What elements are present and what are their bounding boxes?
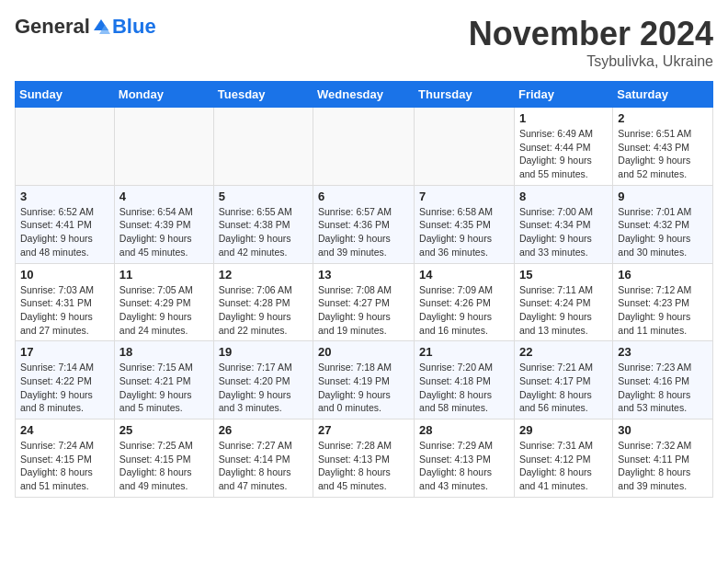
calendar-table: Sunday Monday Tuesday Wednesday Thursday… (15, 81, 713, 498)
table-row: 20Sunrise: 7:18 AM Sunset: 4:19 PM Dayli… (313, 341, 415, 419)
day-info: Sunrise: 7:17 AM Sunset: 4:20 PM Dayligh… (219, 361, 308, 415)
table-row: 19Sunrise: 7:17 AM Sunset: 4:20 PM Dayli… (213, 341, 313, 419)
day-info: Sunrise: 7:24 AM Sunset: 4:15 PM Dayligh… (20, 439, 109, 493)
day-info: Sunrise: 7:28 AM Sunset: 4:13 PM Dayligh… (318, 439, 409, 493)
day-info: Sunrise: 6:54 AM Sunset: 4:39 PM Dayligh… (119, 205, 209, 259)
col-wednesday: Wednesday (313, 82, 415, 108)
day-number: 30 (618, 423, 708, 437)
day-info: Sunrise: 7:06 AM Sunset: 4:28 PM Dayligh… (219, 283, 308, 338)
day-info: Sunrise: 6:55 AM Sunset: 4:38 PM Dayligh… (219, 205, 308, 259)
day-info: Sunrise: 7:27 AM Sunset: 4:14 PM Dayligh… (219, 439, 308, 493)
table-row: 30Sunrise: 7:32 AM Sunset: 4:11 PM Dayli… (613, 419, 713, 498)
table-row: 27Sunrise: 7:28 AM Sunset: 4:13 PM Dayli… (313, 419, 415, 498)
day-number: 11 (119, 268, 209, 282)
logo-text: General Blue (15, 15, 156, 39)
table-row: 2Sunrise: 6:51 AM Sunset: 4:43 PM Daylig… (613, 108, 713, 186)
day-number: 1 (519, 111, 608, 125)
table-row: 4Sunrise: 6:54 AM Sunset: 4:39 PM Daylig… (114, 185, 213, 263)
logo-general: General (15, 15, 90, 39)
day-number: 23 (618, 345, 708, 359)
day-number: 3 (20, 190, 109, 203)
day-number: 27 (318, 423, 409, 437)
day-number: 24 (20, 423, 109, 437)
day-number: 20 (318, 345, 409, 359)
day-number: 10 (20, 268, 109, 282)
table-row: 29Sunrise: 7:31 AM Sunset: 4:12 PM Dayli… (514, 419, 612, 498)
day-number: 21 (419, 345, 509, 359)
table-row: 10Sunrise: 7:03 AM Sunset: 4:31 PM Dayli… (16, 263, 115, 341)
day-number: 16 (618, 268, 708, 282)
day-number: 14 (419, 268, 509, 282)
col-saturday: Saturday (613, 82, 713, 108)
table-row: 15Sunrise: 7:11 AM Sunset: 4:24 PM Dayli… (514, 263, 612, 341)
day-info: Sunrise: 7:20 AM Sunset: 4:18 PM Dayligh… (419, 361, 509, 415)
day-info: Sunrise: 7:11 AM Sunset: 4:24 PM Dayligh… (519, 283, 608, 338)
table-row: 28Sunrise: 7:29 AM Sunset: 4:13 PM Dayli… (415, 419, 515, 498)
day-number: 12 (219, 268, 308, 282)
day-number: 26 (219, 423, 308, 437)
table-row: 21Sunrise: 7:20 AM Sunset: 4:18 PM Dayli… (415, 341, 515, 419)
subtitle: Tsybulivka, Ukraine (469, 53, 713, 70)
table-row: 14Sunrise: 7:09 AM Sunset: 4:26 PM Dayli… (415, 263, 515, 341)
day-number: 17 (20, 345, 109, 359)
col-sunday: Sunday (16, 82, 115, 108)
table-row: 16Sunrise: 7:12 AM Sunset: 4:23 PM Dayli… (613, 263, 713, 341)
col-monday: Monday (114, 82, 213, 108)
day-info: Sunrise: 7:15 AM Sunset: 4:21 PM Dayligh… (119, 361, 209, 415)
table-row: 22Sunrise: 7:21 AM Sunset: 4:17 PM Dayli… (514, 341, 612, 419)
calendar-week-row: 3Sunrise: 6:52 AM Sunset: 4:41 PM Daylig… (16, 185, 713, 263)
day-number: 13 (318, 268, 409, 282)
table-row: 9Sunrise: 7:01 AM Sunset: 4:32 PM Daylig… (613, 185, 713, 263)
day-number: 29 (519, 423, 608, 437)
day-number: 8 (519, 190, 608, 203)
calendar-header-row: Sunday Monday Tuesday Wednesday Thursday… (16, 82, 713, 108)
calendar-week-row: 1Sunrise: 6:49 AM Sunset: 4:44 PM Daylig… (16, 108, 713, 186)
day-number: 25 (119, 423, 209, 437)
table-row (16, 108, 115, 186)
day-info: Sunrise: 7:21 AM Sunset: 4:17 PM Dayligh… (519, 361, 608, 415)
day-number: 9 (618, 190, 708, 203)
day-info: Sunrise: 7:00 AM Sunset: 4:34 PM Dayligh… (519, 205, 608, 259)
logo: General Blue (15, 15, 156, 39)
day-number: 15 (519, 268, 608, 282)
day-info: Sunrise: 7:32 AM Sunset: 4:11 PM Dayligh… (618, 439, 708, 493)
table-row: 24Sunrise: 7:24 AM Sunset: 4:15 PM Dayli… (16, 419, 115, 498)
day-info: Sunrise: 6:57 AM Sunset: 4:36 PM Dayligh… (318, 205, 409, 259)
table-row (114, 108, 213, 186)
table-row (213, 108, 313, 186)
table-row: 12Sunrise: 7:06 AM Sunset: 4:28 PM Dayli… (213, 263, 313, 341)
day-info: Sunrise: 7:09 AM Sunset: 4:26 PM Dayligh… (419, 283, 509, 338)
table-row: 17Sunrise: 7:14 AM Sunset: 4:22 PM Dayli… (16, 341, 115, 419)
day-info: Sunrise: 6:51 AM Sunset: 4:43 PM Dayligh… (618, 127, 708, 181)
day-number: 7 (419, 190, 509, 203)
day-info: Sunrise: 7:01 AM Sunset: 4:32 PM Dayligh… (618, 205, 708, 259)
day-info: Sunrise: 6:52 AM Sunset: 4:41 PM Dayligh… (20, 205, 109, 259)
table-row: 5Sunrise: 6:55 AM Sunset: 4:38 PM Daylig… (213, 185, 313, 263)
day-info: Sunrise: 7:14 AM Sunset: 4:22 PM Dayligh… (20, 361, 109, 415)
table-row: 1Sunrise: 6:49 AM Sunset: 4:44 PM Daylig… (514, 108, 612, 186)
day-number: 2 (618, 111, 708, 125)
table-row: 11Sunrise: 7:05 AM Sunset: 4:29 PM Dayli… (114, 263, 213, 341)
col-thursday: Thursday (415, 82, 515, 108)
table-row: 6Sunrise: 6:57 AM Sunset: 4:36 PM Daylig… (313, 185, 415, 263)
table-row: 3Sunrise: 6:52 AM Sunset: 4:41 PM Daylig… (16, 185, 115, 263)
table-row: 26Sunrise: 7:27 AM Sunset: 4:14 PM Dayli… (213, 419, 313, 498)
day-number: 4 (119, 190, 209, 203)
day-info: Sunrise: 7:03 AM Sunset: 4:31 PM Dayligh… (20, 283, 109, 338)
table-row (415, 108, 515, 186)
table-row: 18Sunrise: 7:15 AM Sunset: 4:21 PM Dayli… (114, 341, 213, 419)
title-block: November 2024 Tsybulivka, Ukraine (469, 15, 713, 70)
header: General Blue November 2024 Tsybulivka, U… (15, 15, 713, 70)
day-number: 6 (318, 190, 409, 203)
day-number: 19 (219, 345, 308, 359)
month-title: November 2024 (469, 15, 713, 53)
table-row: 7Sunrise: 6:58 AM Sunset: 4:35 PM Daylig… (415, 185, 515, 263)
day-info: Sunrise: 6:49 AM Sunset: 4:44 PM Dayligh… (519, 127, 608, 181)
day-number: 22 (519, 345, 608, 359)
day-info: Sunrise: 7:18 AM Sunset: 4:19 PM Dayligh… (318, 361, 409, 415)
page-container: General Blue November 2024 Tsybulivka, U… (0, 0, 728, 505)
day-info: Sunrise: 7:29 AM Sunset: 4:13 PM Dayligh… (419, 439, 509, 493)
day-number: 5 (219, 190, 308, 203)
table-row: 23Sunrise: 7:23 AM Sunset: 4:16 PM Dayli… (613, 341, 713, 419)
calendar-week-row: 17Sunrise: 7:14 AM Sunset: 4:22 PM Dayli… (16, 341, 713, 419)
